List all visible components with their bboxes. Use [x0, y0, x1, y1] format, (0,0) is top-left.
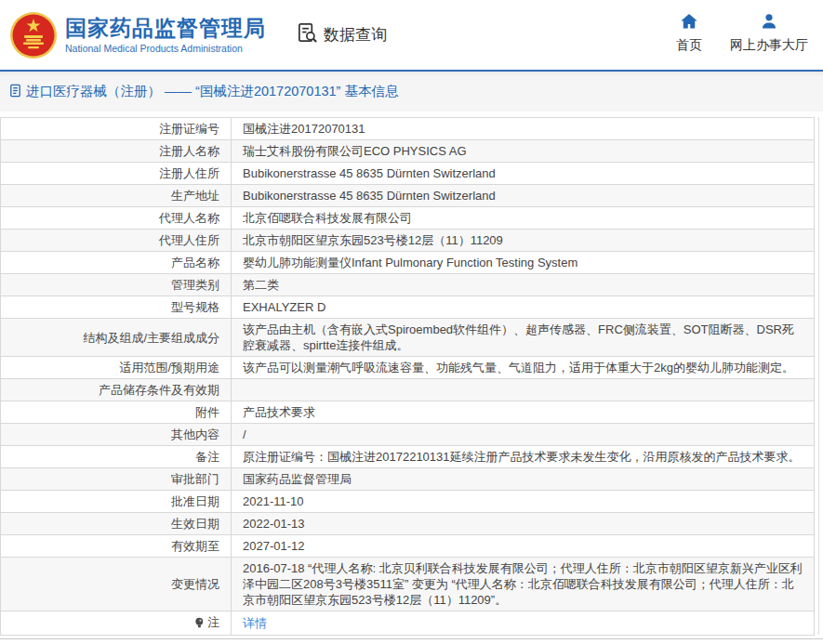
- site-subtitle: National Medical Products Administration: [65, 43, 266, 54]
- row-label-text: 备注: [195, 450, 219, 464]
- row-label: 代理人名称: [1, 207, 232, 230]
- site-title-block: 国家药品监督管理局 National Medical Products Admi…: [65, 16, 266, 54]
- row-label: 审批部门: [1, 468, 232, 491]
- nmpa-emblem-logo: [9, 11, 58, 59]
- row-label-text: 代理人名称: [159, 211, 219, 225]
- row-label: 备注: [1, 446, 232, 468]
- breadcrumb-text: 进口医疗器械（注册） —— “国械注进20172070131” 基本信息: [26, 83, 398, 100]
- row-label-text: 产品名称: [171, 256, 219, 269]
- nav-online-hall-label: 网上办事大厅: [730, 37, 808, 54]
- table-row: 注详情: [1, 611, 815, 636]
- row-label: 适用范围/预期用途: [1, 357, 232, 379]
- row-label-text: 注册人名称: [159, 144, 219, 158]
- row-value: 2021-11-10: [232, 491, 815, 513]
- table-row: 注册人名称瑞士艾科股份有限公司ECO PHYSICS AG: [1, 140, 815, 163]
- row-label-text: 注: [207, 615, 219, 629]
- row-value: 产品技术要求: [232, 401, 815, 424]
- table-row: 生产地址Bubikonerstrasse 45 8635 Dürnten Swi…: [1, 185, 815, 207]
- home-icon: [680, 12, 698, 33]
- row-label-text: 变更情况: [171, 577, 219, 591]
- row-label-text: 审批部门: [171, 472, 219, 486]
- row-value: [232, 379, 815, 401]
- table-row: 注册人住所Bubikonerstrasse 45 8635 Dürnten Sw…: [1, 163, 815, 185]
- table-row: 型号规格EXHALYZER D: [1, 296, 815, 319]
- row-label: 注册人名称: [1, 140, 232, 163]
- row-label: 结构及组成/主要组成成分: [1, 319, 232, 357]
- nav-online-hall[interactable]: 网上办事大厅: [730, 12, 808, 54]
- breadcrumb-bar: 进口医疗器械（注册） —— “国械注进20172070131” 基本信息: [0, 72, 823, 112]
- row-label-text: 其他内容: [171, 427, 219, 441]
- table-row: 代理人名称北京佰嗯联合科技发展有限公司: [1, 207, 815, 230]
- row-label-text: 适用范围/预期用途: [119, 361, 219, 375]
- row-value: 该产品可以测量潮气呼吸流速容量、功能残气量、气道阻力，适用于体重大于2kg的婴幼…: [232, 357, 815, 379]
- table-row: 审批部门国家药品监督管理局: [1, 468, 815, 491]
- table-row: 代理人住所北京市朝阳区望京东园523号楼12层（11）11209: [1, 230, 815, 252]
- row-label-text: 型号规格: [171, 300, 219, 314]
- row-label: 产品储存条件及有效期: [1, 379, 232, 401]
- table-row: 管理类别第二类: [1, 274, 815, 296]
- row-label: 有效期至: [1, 535, 232, 558]
- table-row: 有效期至2027-01-12: [1, 535, 815, 558]
- row-value: 2022-01-13: [232, 513, 815, 535]
- row-value: 北京市朝阳区望京东园523号楼12层（11）11209: [232, 230, 815, 252]
- row-value: 婴幼儿肺功能测量仪Infant Pulmonary Function Testi…: [232, 252, 815, 274]
- site-title: 国家药品监督管理局: [65, 16, 266, 40]
- row-label: 生效日期: [1, 513, 232, 535]
- row-label: 其他内容: [1, 424, 232, 446]
- registration-info-table-wrap: 注册证编号国械注进20172070131注册人名称瑞士艾科股份有限公司ECO P…: [0, 117, 823, 636]
- table-row: 批准日期2021-11-10: [1, 491, 815, 513]
- row-value: 详情: [232, 611, 815, 636]
- table-row: 结构及组成/主要组成成分该产品由主机（含有嵌入式Spiroembed软件组件）、…: [1, 319, 815, 357]
- row-label: 附件: [1, 401, 232, 424]
- row-value: 国械注进20172070131: [232, 118, 815, 140]
- row-value: Bubikonerstrasse 45 8635 Dürnten Switzer…: [232, 185, 815, 207]
- site-header: 国家药品监督管理局 National Medical Products Admi…: [0, 0, 823, 72]
- right-edge-divider: [818, 117, 819, 635]
- table-row: 变更情况2016-07-18 “代理人名称: 北京贝利联合科技发展有限公司；代理…: [1, 558, 815, 611]
- table-row: 注册证编号国械注进20172070131: [1, 118, 815, 140]
- nav-home[interactable]: 首页: [676, 12, 702, 54]
- row-label-text: 生效日期: [171, 517, 219, 531]
- row-label-text: 生产地址: [171, 189, 219, 203]
- row-label: 管理类别: [1, 274, 232, 296]
- table-row: 产品名称婴幼儿肺功能测量仪Infant Pulmonary Function T…: [1, 252, 815, 274]
- row-label-text: 结构及组成/主要组成成分: [83, 331, 219, 345]
- row-value: 瑞士艾科股份有限公司ECO PHYSICS AG: [232, 140, 815, 163]
- row-value: Bubikonerstrasse 45 8635 Dürnten Switzer…: [232, 163, 815, 185]
- breadcrumb: 进口医疗器械（注册） —— “国械注进20172070131” 基本信息: [8, 83, 398, 100]
- table-row: 其他内容/: [1, 424, 815, 446]
- row-value: 该产品由主机（含有嵌入式Spiroembed软件组件）、超声传感器、FRC侧流装…: [232, 319, 815, 357]
- row-value: 第二类: [232, 274, 815, 296]
- row-label-text: 批准日期: [171, 494, 219, 508]
- row-value: 2016-07-18 “代理人名称: 北京贝利联合科技发展有限公司；代理人住所：…: [232, 558, 815, 611]
- row-label-text: 管理类别: [171, 278, 219, 292]
- row-value: 国家药品监督管理局: [232, 468, 815, 491]
- table-row: 适用范围/预期用途该产品可以测量潮气呼吸流速容量、功能残气量、气道阻力，适用于体…: [1, 357, 815, 379]
- row-label: 注册证编号: [1, 118, 232, 140]
- header-nav: 首页 网上办事大厅: [676, 12, 808, 54]
- bulb-icon: [194, 616, 206, 632]
- table-row: 生效日期2022-01-13: [1, 513, 815, 535]
- table-row: 附件产品技术要求: [1, 401, 815, 424]
- row-label: 代理人住所: [1, 230, 232, 252]
- detail-link[interactable]: 详情: [243, 616, 267, 630]
- doc-search-icon: [296, 21, 319, 49]
- row-value: EXHALYZER D: [232, 296, 815, 319]
- user-icon: [760, 12, 778, 33]
- row-value: 原注册证编号：国械注进20172210131延续注册产品技术要求未发生变化，沿用…: [232, 446, 815, 468]
- data-query-tab[interactable]: 数据查询: [296, 21, 387, 49]
- page-bottom-divider: [0, 638, 823, 639]
- row-value: 北京佰嗯联合科技发展有限公司: [232, 207, 815, 230]
- registration-info-table: 注册证编号国械注进20172070131注册人名称瑞士艾科股份有限公司ECO P…: [0, 117, 815, 636]
- row-label: 型号规格: [1, 296, 232, 319]
- nav-home-label: 首页: [676, 37, 702, 54]
- table-row: 产品储存条件及有效期: [1, 379, 815, 401]
- row-value: 2027-01-12: [232, 535, 815, 558]
- data-query-label: 数据查询: [324, 24, 387, 46]
- row-label: 生产地址: [1, 185, 232, 207]
- row-label-text: 附件: [195, 405, 219, 419]
- row-label: 注: [1, 611, 232, 636]
- row-label: 注册人住所: [1, 163, 232, 185]
- table-row: 备注原注册证编号：国械注进20172210131延续注册产品技术要求未发生变化，…: [1, 446, 815, 468]
- row-value: /: [232, 424, 815, 446]
